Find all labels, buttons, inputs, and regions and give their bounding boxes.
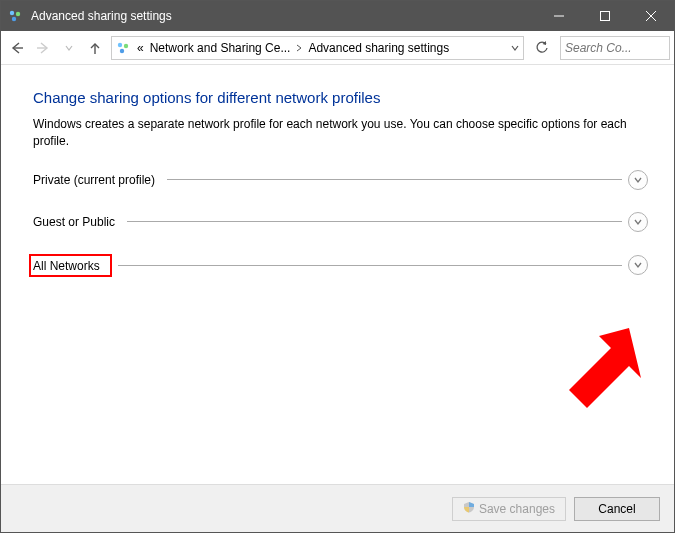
cancel-label: Cancel [598,502,635,516]
section-label-all: All Networks [33,259,106,273]
divider [167,179,622,180]
expand-guest-button[interactable] [628,212,648,232]
cancel-button[interactable]: Cancel [574,497,660,521]
breadcrumb-prefix[interactable]: « [134,41,147,55]
chevron-right-icon [293,42,305,54]
breadcrumb-item-2[interactable]: Advanced sharing settings [305,41,452,55]
recent-dropdown[interactable] [57,36,81,60]
window-title: Advanced sharing settings [29,9,536,23]
svg-point-10 [118,42,122,46]
svg-point-2 [12,17,16,21]
shield-icon [463,501,475,516]
minimize-button[interactable] [536,1,582,31]
app-icon [1,9,29,23]
window-controls [536,1,674,31]
svg-point-0 [10,11,14,15]
divider [118,265,622,266]
section-label-private: Private (current profile) [33,173,161,187]
section-guest: Guest or Public [33,212,648,232]
back-button[interactable] [5,36,29,60]
annotation-highlight: All Networks [29,254,112,277]
maximize-button[interactable] [582,1,628,31]
section-private: Private (current profile) [33,170,648,190]
titlebar: Advanced sharing settings [1,1,674,31]
breadcrumb-dropdown[interactable] [507,44,523,52]
footer: Save changes Cancel [1,484,674,532]
refresh-button[interactable] [530,36,554,60]
search-input[interactable] [561,41,675,55]
forward-button[interactable] [31,36,55,60]
save-label: Save changes [479,502,555,516]
svg-point-11 [124,43,128,47]
section-all-networks: All Networks [33,254,648,277]
close-button[interactable] [628,1,674,31]
svg-rect-4 [601,12,610,21]
svg-point-1 [16,12,20,16]
breadcrumb-item-1[interactable]: Network and Sharing Ce... [147,41,294,55]
up-button[interactable] [83,36,107,60]
svg-point-12 [120,48,124,52]
annotation-arrow [539,318,649,428]
svg-marker-15 [569,328,641,408]
navbar: « Network and Sharing Ce... Advanced sha… [1,31,674,65]
search-box[interactable] [560,36,670,60]
breadcrumb[interactable]: « Network and Sharing Ce... Advanced sha… [111,36,524,60]
section-label-guest: Guest or Public [33,215,121,229]
divider [127,221,622,222]
window-frame: Advanced sharing settings [0,0,675,533]
content-area: Change sharing options for different net… [1,65,674,484]
save-changes-button[interactable]: Save changes [452,497,566,521]
page-heading: Change sharing options for different net… [33,89,648,106]
expand-all-networks-button[interactable] [628,255,648,275]
expand-private-button[interactable] [628,170,648,190]
location-icon [112,41,134,55]
page-subtext: Windows creates a separate network profi… [33,116,633,150]
